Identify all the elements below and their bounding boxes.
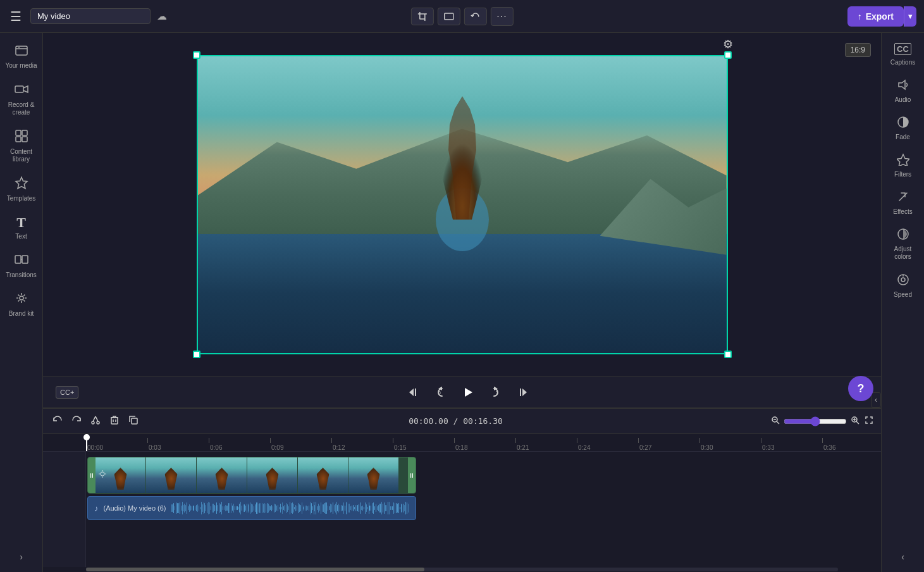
waveform-bar: [287, 504, 288, 511]
svg-rect-8: [15, 86, 23, 92]
waveform-bar: [178, 503, 179, 514]
sidebar-item-fade[interactable]: Fade: [884, 111, 922, 146]
video-title-input[interactable]: [30, 8, 151, 24]
audio-track[interactable]: ♪ (Audio) My video (6): [87, 496, 416, 520]
help-button[interactable]: ?: [848, 376, 873, 401]
waveform-bar: [341, 505, 342, 511]
waveform-bar: [244, 504, 245, 512]
sidebar-item-text[interactable]: T Text: [3, 209, 40, 245]
video-track-handle-right[interactable]: ⏸: [408, 457, 416, 493]
play-button[interactable]: [456, 380, 480, 404]
waveform-bar: [361, 506, 362, 511]
handle-top-right[interactable]: [724, 51, 732, 59]
waveform-bar: [242, 506, 242, 511]
skip-end-button[interactable]: [513, 383, 531, 401]
waveform-bar: [199, 506, 199, 511]
waveform-bar: [304, 506, 304, 511]
timeline-toolbar: 00:00.00 / 00:16.30: [43, 409, 881, 434]
timeline-scrollbar[interactable]: [43, 567, 881, 572]
sidebar-item-filters[interactable]: Filters: [884, 148, 922, 183]
ruler-mark-36: 0:36: [822, 438, 881, 451]
copy-button[interactable]: [126, 413, 140, 430]
waveform-bar: [362, 506, 363, 511]
delete-button[interactable]: [108, 413, 121, 430]
waveform-bar: [378, 505, 379, 511]
playback-center: 5 5: [405, 380, 531, 404]
aspect-ratio-badge[interactable]: 16:9: [845, 43, 871, 57]
sidebar-expand-button[interactable]: ›: [15, 547, 28, 567]
cut-button[interactable]: [89, 413, 102, 430]
fade-label: Fade: [896, 134, 910, 140]
zoom-out-button[interactable]: [771, 416, 780, 426]
track-content: ⏸: [86, 452, 881, 567]
sidebar-item-your-media[interactable]: Your media: [3, 38, 40, 75]
preview-container: [197, 55, 728, 354]
sidebar-item-record[interactable]: Record &create: [3, 77, 40, 121]
sidebar-item-transitions[interactable]: Transitions: [3, 247, 40, 283]
preview-settings-icon[interactable]: ⚙: [723, 37, 733, 51]
skip-back-button[interactable]: [405, 383, 423, 401]
sidebar-item-adjust-colors[interactable]: Adjustcolors: [884, 223, 922, 266]
crop-button[interactable]: [410, 8, 433, 25]
export-dropdown-button[interactable]: ▾: [904, 6, 916, 27]
scrollbar-thumb[interactable]: [86, 568, 424, 571]
waveform-bar: [307, 506, 308, 510]
zoom-slider[interactable]: [784, 416, 847, 426]
sidebar-item-effects[interactable]: Effects: [884, 185, 922, 220]
waveform-bar: [293, 504, 293, 513]
waveform-bar: [239, 504, 240, 513]
preview-video[interactable]: [197, 55, 728, 354]
ruler-marks: 00:00 0:03 0:06 0:09 0:12 0:15 0:18 0:21…: [86, 434, 881, 451]
redo-button[interactable]: [70, 413, 83, 430]
waveform-bar: [291, 503, 292, 513]
waveform-bar: [366, 504, 367, 513]
handle-bottom-right[interactable]: [724, 351, 732, 358]
more-options-button[interactable]: ···: [490, 7, 513, 26]
waveform-bar: [338, 504, 339, 512]
sidebar-item-speed[interactable]: Speed: [884, 268, 922, 303]
waveform-bar: [274, 504, 274, 513]
video-track[interactable]: ⏸: [87, 457, 416, 494]
sidebar-item-content-library[interactable]: Contentlibrary: [3, 124, 40, 168]
export-button[interactable]: ↑ Export: [847, 6, 904, 27]
handle-bottom-left[interactable]: [193, 351, 200, 358]
zoom-in-button[interactable]: [851, 416, 859, 426]
rewind-button[interactable]: 5: [431, 383, 448, 401]
handle-top-left[interactable]: [193, 51, 200, 59]
waveform-bar: [204, 503, 205, 513]
forward-button[interactable]: 5: [488, 383, 505, 401]
waveform-bar: [391, 506, 391, 510]
waveform-bar: [245, 506, 246, 511]
effects-label: Effects: [893, 208, 912, 215]
waveform-bar: [310, 502, 311, 514]
menu-button[interactable]: ☰: [8, 6, 24, 27]
waveform-bar: [278, 505, 278, 511]
audio-icon: [897, 78, 909, 94]
sidebar-item-templates[interactable]: Templates: [3, 171, 40, 207]
waveform-bar: [216, 502, 217, 514]
sidebar-item-brand-kit[interactable]: Brand kit: [3, 286, 40, 322]
waveform-bar: [288, 506, 289, 510]
waveform-bar: [256, 502, 257, 514]
text-label: Text: [15, 233, 27, 240]
waveform-bar: [352, 506, 352, 511]
waveform-bar: [214, 505, 215, 511]
undo-button[interactable]: [51, 413, 65, 430]
waveform-bar: [182, 502, 183, 514]
video-track-handle-left[interactable]: ⏸: [88, 457, 95, 493]
expand-timeline-button[interactable]: [865, 416, 873, 426]
sidebar-item-captions[interactable]: CC Captions: [884, 38, 922, 71]
waveform-bar: [226, 506, 227, 511]
captions-label: Captions: [890, 59, 915, 66]
rotate-button[interactable]: [464, 8, 486, 25]
cc-button[interactable]: CC+: [56, 386, 78, 399]
right-panel-chevron[interactable]: ‹: [871, 392, 881, 407]
video-thumb-2: [146, 457, 197, 493]
resize-button[interactable]: [437, 8, 460, 25]
sidebar-item-audio[interactable]: Audio: [884, 73, 922, 108]
waveform-bar: [218, 505, 218, 511]
collapse-right-panel-button[interactable]: ‹: [896, 547, 909, 567]
ruler-mark-15: 0:15: [393, 438, 454, 451]
video-track-thumbnails: [95, 457, 408, 493]
svg-rect-13: [15, 256, 21, 263]
